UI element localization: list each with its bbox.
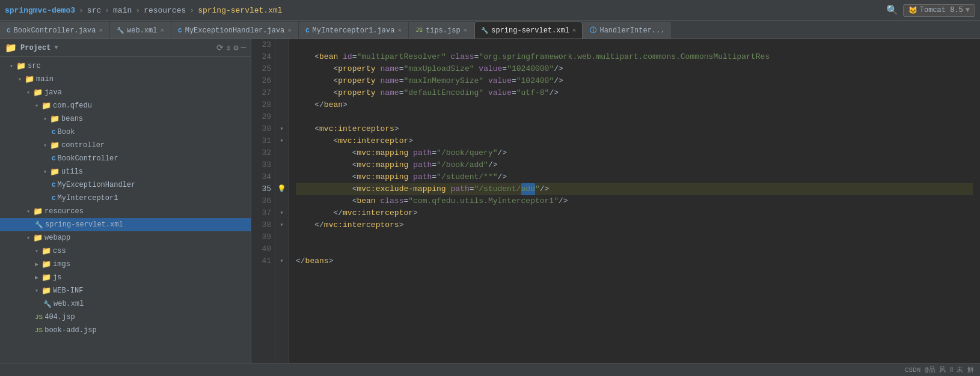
editor-content[interactable]: 23 24 25 26 27 28 29 30 31 32 33 34 35 3… (251, 39, 980, 363)
code-bracket2: > (343, 99, 348, 111)
breadcrumb-sep2: › (105, 6, 109, 15)
sidebar-label-webxml: web.xml (54, 300, 84, 308)
project-name[interactable]: springmvc-demo3 (5, 6, 75, 15)
sidebar-item-book[interactable]: C Book (0, 126, 251, 139)
code-indent (296, 75, 333, 87)
sidebar-item-java[interactable]: ▾ 📁 java (0, 86, 251, 99)
fold-icon-41[interactable]: ▾ (275, 255, 288, 267)
code-eq2: = (474, 51, 479, 63)
code-indent (296, 171, 352, 183)
close-icon[interactable]: — (241, 43, 246, 53)
tab-label-webxml: web.xml (127, 26, 157, 35)
code-bracket: < (333, 135, 338, 147)
gutter-strip: ▾ ▾ 💡 ▾ (275, 39, 289, 363)
sidebar-item-myinterceptor1[interactable]: C MyInterceptor1 (0, 192, 251, 205)
sidebar-item-webapp[interactable]: ▾ 📁 webapp (0, 231, 251, 244)
code-indent (296, 195, 352, 207)
code-tag: bean (319, 51, 338, 63)
tomcat-badge[interactable]: 🐱 Tomcat 8.5 ▼ (903, 4, 975, 17)
tab-close-springservlet[interactable]: × (572, 27, 577, 34)
linenum-40: 40 (255, 243, 271, 255)
sidebar-item-imgs[interactable]: ▶ 📁 imgs (0, 258, 251, 271)
sidebar-item-comqfedu[interactable]: ▾ 📁 com.qfedu (0, 99, 251, 112)
tomcat-icon: 🐱 (908, 6, 917, 15)
tab-tips[interactable]: JS tips.jsp × (409, 22, 474, 38)
fold-icon-37[interactable]: ▾ (275, 207, 288, 219)
tab-close-myinterceptor[interactable]: × (397, 27, 402, 34)
sidebar-item-springservlet[interactable]: 🔧 spring-servlet.xml (0, 218, 251, 231)
sidebar-label-js: js (53, 273, 61, 282)
sidebar-item-404[interactable]: JS 404.jsp (0, 311, 251, 324)
linenum-25: 25 (255, 63, 271, 75)
code-space (376, 195, 381, 207)
sidebar-item-utils[interactable]: ▾ 📁 utils (0, 165, 251, 178)
tab-icon-xml2: 🔧 (481, 27, 488, 34)
code-indent (296, 159, 352, 171)
tab-close-webxml[interactable]: × (160, 27, 164, 34)
code-bracket: < (352, 195, 357, 207)
xml-icon-springservlet: 🔧 (35, 221, 43, 229)
collapse-icon[interactable]: ⇕ (226, 43, 231, 53)
tab-bookcontroller[interactable]: C BookController.java × (0, 22, 109, 38)
tab-close-tips[interactable]: × (464, 27, 468, 34)
gutter-30: ▾ (275, 123, 288, 135)
sidebar-item-resources[interactable]: ▾ 📁 resources (0, 205, 251, 218)
sidebar-label-bookadd: book-add.jsp (44, 326, 96, 335)
tab-close-myexception[interactable]: × (287, 27, 292, 34)
code-tag: property (338, 75, 375, 87)
sidebar-item-bookcontroller[interactable]: C BookController (0, 152, 251, 165)
code-eq: = (470, 183, 474, 195)
code-area[interactable]: <bean id="multipartResolver" class="org.… (289, 39, 980, 363)
arrow-utils: ▾ (43, 168, 47, 175)
tomcat-label: Tomcat 8.5 (920, 6, 963, 14)
sidebar-item-src[interactable]: ▾ 📁 src (0, 59, 251, 73)
sidebar-item-main[interactable]: ▾ 📁 main (0, 73, 251, 86)
code-indent (296, 51, 314, 63)
fold-icon-38[interactable]: ▾ (275, 219, 288, 231)
code-tag: mvc:exclude-mapping (357, 183, 446, 195)
tab-webxml[interactable]: 🔧 web.xml × (110, 22, 171, 38)
code-line-29 (296, 111, 973, 123)
tab-myexception[interactable]: C MyExceptionHandler.java × (171, 22, 298, 38)
sidebar-item-beans[interactable]: ▾ 📁 beans (0, 112, 251, 126)
gutter-code-area: ▾ ▾ 💡 ▾ (275, 39, 980, 363)
sidebar-item-controller[interactable]: ▾ 📁 controller (0, 139, 251, 152)
code-bracket: </ (333, 207, 343, 219)
tab-close-bookcontroller[interactable]: × (99, 27, 103, 34)
code-line-36: <bean class="com.qfedu.utils.MyIntercept… (296, 195, 973, 207)
tab-label-myexception: MyExceptionHandler.java (185, 26, 285, 35)
tab-myinterceptor[interactable]: C MyInterceptor1.java × (299, 22, 408, 38)
sync-icon[interactable]: ⟳ (216, 43, 224, 53)
code-indent (296, 183, 352, 195)
code-space (408, 147, 413, 159)
gutter-38: ▾ (275, 219, 288, 231)
folder-icon-main: 📁 (25, 74, 34, 84)
settings-icon[interactable]: ⚙ (233, 43, 238, 53)
sidebar-item-js[interactable]: ▶ 📁 js (0, 271, 251, 284)
folder-icon-beans: 📁 (50, 114, 60, 124)
linenum-24: 24 (255, 51, 271, 63)
tab-springservlet[interactable]: 🔧 spring-servlet.xml × (474, 22, 583, 38)
code-indent (296, 219, 314, 231)
sidebar-label-webinf: WEB-INF (53, 287, 83, 295)
bulb-icon-35[interactable]: 💡 (275, 183, 288, 195)
fold-icon-31[interactable]: ▾ (275, 135, 288, 147)
code-indent (296, 207, 333, 219)
tabs-bar: C BookController.java × 🔧 web.xml × C My… (0, 21, 980, 39)
code-bracket2: > (394, 123, 399, 135)
code-eq: = (399, 75, 404, 87)
tab-handlerinter[interactable]: ⓘ HandlerInter... (583, 22, 671, 38)
code-space (338, 51, 343, 63)
code-attr2: class (451, 51, 474, 63)
sidebar-item-bookadd[interactable]: JS book-add.jsp (0, 324, 251, 337)
project-icon: 📁 (5, 42, 17, 54)
search-icon[interactable]: 🔍 (886, 4, 898, 16)
code-eq: = (403, 195, 408, 207)
sidebar-item-myexception[interactable]: C MyExceptionHandler (0, 178, 251, 192)
sidebar-item-css[interactable]: ▾ 📁 css (0, 244, 251, 258)
sidebar-item-webxml[interactable]: 🔧 web.xml (0, 297, 251, 311)
sidebar-item-webinf[interactable]: ▾ 📁 WEB-INF (0, 284, 251, 297)
fold-icon-30[interactable]: ▾ (275, 123, 288, 135)
linenum-31: 31 (255, 135, 271, 147)
dropdown-icon: ▼ (54, 44, 58, 51)
